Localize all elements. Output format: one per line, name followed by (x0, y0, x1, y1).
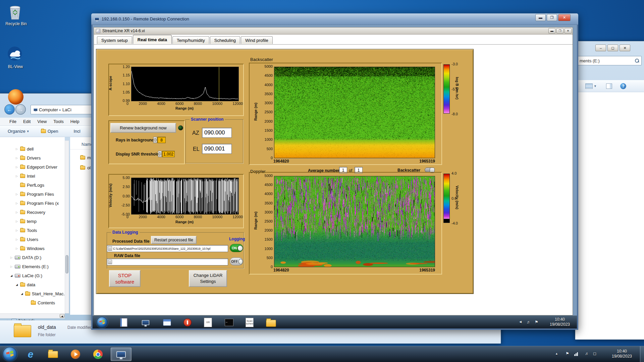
scan-scheduler-icon[interactable]: Scan sched (245, 317, 255, 327)
tree-item-dell[interactable]: ▷dell (0, 145, 65, 153)
tree-item-program-files-x[interactable]: ▷Program Files (x (0, 199, 65, 207)
expander-collapsed-icon[interactable]: ▷ (15, 211, 18, 214)
start-button[interactable] (3, 347, 17, 361)
expander-collapsed-icon[interactable]: ▷ (10, 256, 13, 259)
processed-file-path-field[interactable]: C:\Lidar\Data\Proc\2023\202308\20230819\… (107, 245, 228, 252)
menu-tools[interactable]: Tools (50, 118, 66, 125)
tree-item-temp[interactable]: ▷temp (0, 218, 65, 225)
remote-start-button[interactable] (97, 317, 108, 328)
taskbar-chrome-icon[interactable] (88, 348, 108, 361)
back-button[interactable]: ← (4, 104, 15, 115)
tab-wind-profile[interactable]: Wind profile (241, 36, 273, 44)
breadcrumb-current[interactable]: LaCi (62, 107, 71, 112)
streamline-title-bar[interactable]: StreamLine XR v14-6.vi ▬ ❐ ✕ (94, 27, 573, 35)
ascope-plot[interactable] (131, 67, 239, 101)
recycle-bin-label[interactable]: Recycle Bin (0, 21, 32, 26)
rays-in-background-input[interactable]: 8 (157, 137, 166, 143)
expander-expanded-icon[interactable]: ◢ (15, 283, 18, 286)
expander-collapsed-icon[interactable]: ▷ (15, 175, 18, 178)
close-button[interactable]: ✕ (565, 28, 572, 34)
tab-system-setup[interactable]: System setup (97, 36, 132, 44)
bl-view-icon[interactable] (7, 46, 24, 63)
network-icon[interactable] (574, 352, 578, 357)
raw-file-path-field[interactable] (107, 258, 228, 265)
tree-item-perflogs[interactable]: PerfLogs (0, 181, 65, 189)
volume-icon[interactable]: ♬ (527, 320, 531, 324)
taskbar-rdp-icon-active[interactable] (111, 348, 131, 361)
expander-expanded-icon[interactable]: ◢ (10, 274, 13, 277)
bl-view-label[interactable]: BL-View (0, 64, 32, 69)
menu-help[interactable]: Help (67, 118, 83, 125)
taskbar-explorer-icon[interactable] (43, 348, 63, 361)
remote-computers-icon[interactable] (141, 317, 151, 327)
remote-clock[interactable]: 10:40 19/08/2023 (545, 317, 575, 327)
open-button[interactable]: Open (48, 129, 58, 134)
snr-spinner[interactable]: ▲▼ (158, 151, 162, 157)
raw-logging-toggle[interactable]: OFF (230, 257, 243, 265)
close-button[interactable]: ✕ (620, 45, 630, 51)
firefox-icon[interactable] (8, 89, 23, 105)
restore-button[interactable]: ❐ (556, 28, 564, 34)
expander-collapsed-icon[interactable]: ▷ (15, 220, 18, 223)
menu-edit[interactable]: Edit (20, 118, 34, 125)
hidden-icons-arrow[interactable]: ◀ (519, 320, 522, 323)
scrollbar-thumb[interactable] (65, 255, 68, 274)
search-box[interactable]: ments (E:) (577, 56, 642, 65)
journal-app-icon[interactable] (119, 317, 129, 327)
expander-collapsed-icon[interactable]: ▷ (15, 238, 18, 241)
tree-item-drivers[interactable]: ▷Drivers (0, 154, 65, 162)
doppler-heatmap[interactable] (274, 176, 435, 267)
close-button[interactable]: ✕ (558, 14, 571, 21)
include-button[interactable]: Incl (73, 129, 80, 134)
views-icon[interactable] (585, 83, 593, 89)
tab-temp-humidity[interactable]: Temp/humidity (172, 36, 209, 44)
tree-item-windows[interactable]: ▷Windows (0, 245, 65, 252)
rays-spinner[interactable]: ▲▼ (153, 137, 157, 143)
menu-view[interactable]: View (34, 118, 50, 125)
expander-collapsed-icon[interactable]: ▷ (15, 193, 18, 196)
volume-icon[interactable]: ♬ (585, 351, 589, 356)
app-window-icon[interactable] (162, 317, 172, 327)
flag-icon[interactable]: ⚑ (566, 351, 569, 356)
scroll-left-button[interactable]: ◀ (60, 314, 64, 318)
tree-vertical-scrollbar[interactable] (65, 140, 69, 313)
list-item[interactable]: ol (80, 165, 91, 170)
tree-item-program-files[interactable]: ▷Program Files (0, 190, 65, 198)
help-icon[interactable]: ? (620, 83, 626, 89)
expander-expanded-icon[interactable]: ◢ (20, 292, 23, 295)
minimize-button[interactable]: ▬ (535, 14, 546, 21)
show-desktop-button[interactable] (640, 346, 644, 362)
expander-collapsed-icon[interactable]: ▷ (10, 265, 13, 268)
tree-item-recovery[interactable]: ▷Recovery (0, 208, 65, 216)
taskbar-media-player-icon[interactable] (66, 348, 85, 361)
minimize-button[interactable]: ▬ (548, 28, 555, 34)
folder-icon[interactable] (266, 318, 276, 328)
tree-item-intel[interactable]: ▷Intel (0, 172, 65, 180)
change-lidar-settings-button[interactable]: Change LiDARSettings (189, 270, 227, 287)
tree-item-edgeport-driver[interactable]: ▷Edgeport Driver (0, 163, 65, 171)
organize-button[interactable]: Organize (0, 129, 25, 134)
expander-collapsed-icon[interactable]: ▷ (15, 202, 18, 205)
show-hidden-icons-arrow[interactable]: ▲ (555, 352, 558, 355)
expander-collapsed-icon[interactable]: ▷ (15, 247, 18, 250)
recycle-bin-icon[interactable] (7, 3, 25, 21)
list-item[interactable]: m (80, 155, 91, 160)
host-clock[interactable]: 10:40 19/08/2023 (606, 349, 637, 359)
breadcrumb-root[interactable]: Computer (39, 107, 58, 112)
tree-item-lacie-g[interactable]: ◢LaCie (G:) (0, 272, 65, 279)
xr-document-icon[interactable]: XR (203, 317, 213, 327)
power-stop-icon[interactable] (182, 317, 193, 327)
processed-logging-toggle[interactable]: ON (230, 244, 243, 252)
taskbar-ie-icon[interactable]: e (21, 348, 40, 361)
tab-real-time-data[interactable]: Real time data (133, 35, 172, 44)
expander-collapsed-icon[interactable]: ▷ (15, 147, 18, 150)
tree-item-users[interactable]: ▷Users (0, 236, 65, 243)
tree-item-elements-e[interactable]: ▷Elements (E:) (0, 263, 65, 270)
renew-background-button[interactable]: Renew background now (110, 123, 176, 133)
rdp-title-bar[interactable]: 192.168.0.150 - Remote Desktop Connectio… (91, 13, 578, 25)
expander-collapsed-icon[interactable]: ▷ (15, 229, 18, 232)
tree-item-start-here-mac[interactable]: ◢Start_Here_Mac. (0, 290, 65, 297)
restart-processed-file-button[interactable]: Restart processed file (151, 236, 197, 244)
tree-item-tools[interactable]: ▷Tools (0, 227, 65, 234)
tree-item-data[interactable]: ◢data (0, 281, 65, 288)
